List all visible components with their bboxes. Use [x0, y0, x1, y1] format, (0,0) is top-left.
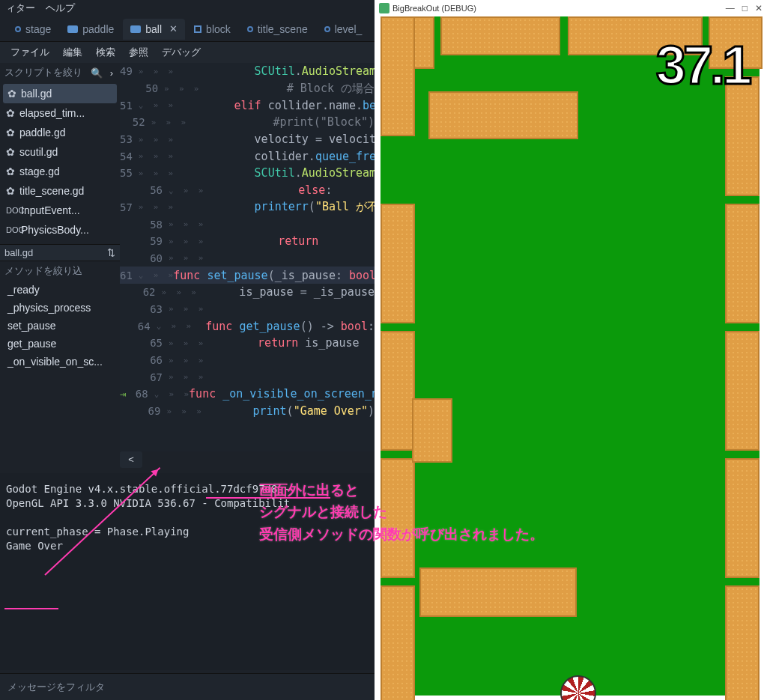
brick [440, 16, 560, 55]
tab-stage[interactable]: stage [7, 19, 58, 40]
code-line[interactable]: 66» » » [120, 352, 375, 369]
gear-icon: ✿ [6, 146, 15, 158]
fold-marks: » » » [169, 372, 237, 382]
code-line[interactable]: 54» » » collider.queue_free [120, 147, 375, 165]
current-script-row: ball.gd ⇅ [0, 244, 120, 261]
line-number: 66 [120, 354, 169, 366]
doc-icon: DOC [6, 225, 16, 234]
line-number: 67 [120, 371, 169, 383]
scene-icon [247, 26, 253, 32]
tab-level[interactable]: level_ [317, 19, 370, 40]
tab-ball[interactable]: ball✕ [123, 19, 185, 40]
chevron-right-icon[interactable]: › [108, 67, 115, 79]
method-item[interactable]: get_pause [0, 335, 120, 353]
brick [381, 204, 415, 323]
script-item-ball[interactable]: ✿ball.gd [3, 84, 117, 103]
code-line[interactable]: 55» » » SCUtil.AudioStreamO [120, 165, 375, 182]
code-line[interactable]: 53» » » velocity = velocity [120, 131, 375, 148]
script-item[interactable]: ✿elapsed_tim... [0, 103, 120, 123]
sprite-icon [67, 25, 78, 33]
method-filter[interactable]: メソッドを絞り込 [4, 264, 115, 278]
menu-search[interactable]: 検索 [96, 46, 115, 59]
minimize-button[interactable]: — [726, 3, 735, 13]
code-editor[interactable]: 49» » » SCUtil.AudioStreamO50» » » # Blo… [120, 63, 375, 451]
menu-debug[interactable]: デバッグ [162, 46, 201, 59]
script-item[interactable]: ✿title_scene.gd [0, 181, 120, 201]
code-line[interactable]: 52» » » #print("Block") [120, 114, 375, 131]
script-item[interactable]: DOCInputEvent... [0, 201, 120, 220]
line-number: 50 [120, 82, 164, 94]
code-line[interactable]: 65» » » return is_pause [120, 335, 375, 352]
script-item[interactable]: ✿scutil.gd [0, 142, 120, 162]
code-line[interactable]: 57» » » printerr("Ball が不 [120, 199, 375, 216]
code-line[interactable]: 67» » » [120, 368, 375, 386]
code-line[interactable]: 62» » » is_pause = _is_pause [120, 284, 375, 301]
script-item[interactable]: ✿stage.gd [0, 162, 120, 181]
tab-title-scene[interactable]: title_scene [240, 19, 315, 40]
method-item[interactable]: _physics_process [0, 299, 120, 317]
brick [412, 398, 452, 463]
fold-marks: » » » [166, 407, 232, 416]
window-title: BigBreakOut (DEBUG) [392, 4, 476, 13]
code-text: return [237, 234, 318, 248]
line-number: 49 [120, 65, 139, 77]
fold-marks: » » » [139, 202, 173, 212]
code-text: SCUtil.AudioStreamO [173, 64, 375, 78]
app-icon [379, 3, 389, 13]
line-number: 53 [120, 133, 139, 145]
code-text: is_pause = _is_pause [219, 285, 375, 299]
line-number: 58 [120, 219, 169, 231]
method-item[interactable]: _ready [0, 281, 120, 299]
code-line[interactable]: 59» » » return [120, 233, 375, 250]
line-number: 54 [120, 150, 139, 162]
brick [428, 91, 578, 139]
menu-goto[interactable]: 参照 [129, 46, 148, 59]
code-line[interactable]: 58» » » [120, 216, 375, 233]
code-line[interactable]: 49» » » SCUtil.AudioStreamO [120, 63, 375, 80]
fold-marks: » » » [139, 67, 173, 76]
code-text: velocity = velocity [173, 133, 375, 146]
menu-edit[interactable]: 編集 [63, 46, 82, 59]
fold-marks: » » » [162, 287, 219, 297]
back-button[interactable]: < [120, 451, 142, 468]
search-icon[interactable]: 🔍 [88, 67, 105, 79]
fold-marks: » » » [169, 356, 237, 365]
code-line[interactable]: 60» » » [120, 250, 375, 267]
gear-icon: ✿ [7, 88, 16, 100]
menu-help[interactable]: ヘルプ [46, 1, 75, 15]
code-line[interactable]: 61⌄ » »func set_pause(_is_pause: bool) [120, 267, 375, 284]
script-filter[interactable]: スクリプトを絞り [4, 66, 85, 79]
code-line[interactable]: 50» » » # Block の場合 [120, 80, 375, 97]
menu-file[interactable]: ファイル [10, 46, 49, 59]
gear-icon: ✿ [6, 127, 15, 139]
code-line[interactable]: 51⌄ » » elif collider.name.begi [120, 97, 375, 114]
gear-icon: ✿ [6, 107, 15, 119]
maximize-button[interactable]: □ [742, 3, 748, 13]
fold-marks: » » » [139, 151, 173, 161]
script-filter-row: スクリプトを絞り 🔍 › [0, 63, 120, 82]
script-item[interactable]: DOCPhysicsBody... [0, 220, 120, 240]
script-list: ✿ball.gd ✿elapsed_tim... ✿paddle.gd ✿scu… [0, 82, 120, 241]
script-item[interactable]: ✿paddle.gd [0, 123, 120, 142]
menu-editor[interactable]: ィター [6, 1, 35, 15]
tab-paddle[interactable]: paddle [60, 19, 121, 40]
sort-icon[interactable]: ⇅ [107, 247, 115, 258]
brick [725, 585, 760, 700]
brick [725, 204, 760, 323]
output-filter[interactable]: メッセージをフィルタ [0, 673, 375, 700]
brick [419, 567, 577, 617]
code-line[interactable]: ⇥ 68⌄ » »func _on_visible_on_screen_noti [120, 386, 375, 403]
code-line[interactable]: 63» » » [120, 301, 375, 318]
close-icon[interactable]: ✕ [169, 23, 178, 34]
method-item[interactable]: _on_visible_on_sc... [0, 353, 120, 371]
tab-block[interactable]: block [187, 19, 238, 40]
method-item[interactable]: set_pause [0, 317, 120, 335]
line-number: 55 [120, 167, 139, 179]
code-text: func get_pause() -> bool: [205, 320, 375, 333]
code-line[interactable]: 64⌄ » »func get_pause() -> bool: [120, 317, 375, 335]
line-number: 62 [120, 286, 162, 298]
close-button[interactable]: ✕ [755, 3, 763, 13]
score-display: 37.1 [656, 34, 749, 96]
code-line[interactable]: 69» » » print("Game Over") [120, 403, 375, 420]
code-line[interactable]: 56⌄ » » else: [120, 182, 375, 199]
